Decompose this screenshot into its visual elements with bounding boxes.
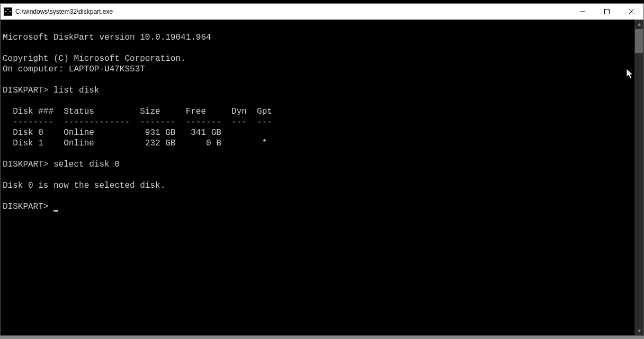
svg-marker-5	[637, 329, 640, 332]
titlebar[interactable]: C:\windows\system32\diskpart.exe	[1, 4, 643, 20]
svg-marker-4	[637, 23, 640, 25]
vertical-scrollbar[interactable]	[634, 20, 643, 335]
scroll-thumb[interactable]	[635, 29, 643, 53]
close-button[interactable]	[619, 4, 643, 20]
minimize-button[interactable]	[570, 4, 595, 20]
maximize-button[interactable]	[595, 4, 619, 20]
text-cursor	[53, 210, 58, 212]
svg-rect-1	[605, 10, 610, 14]
console-output[interactable]: Microsoft DiskPart version 10.0.19041.96…	[1, 20, 634, 335]
console-window: C:\windows\system32\diskpart.exe Microso…	[0, 3, 644, 336]
console-area: Microsoft DiskPart version 10.0.19041.96…	[1, 20, 643, 335]
scroll-up-arrow-icon[interactable]	[634, 20, 643, 29]
app-icon	[4, 7, 12, 16]
window-controls	[570, 4, 643, 20]
titlebar-text: C:\windows\system32\diskpart.exe	[15, 8, 113, 15]
scroll-down-arrow-icon[interactable]	[634, 326, 643, 335]
